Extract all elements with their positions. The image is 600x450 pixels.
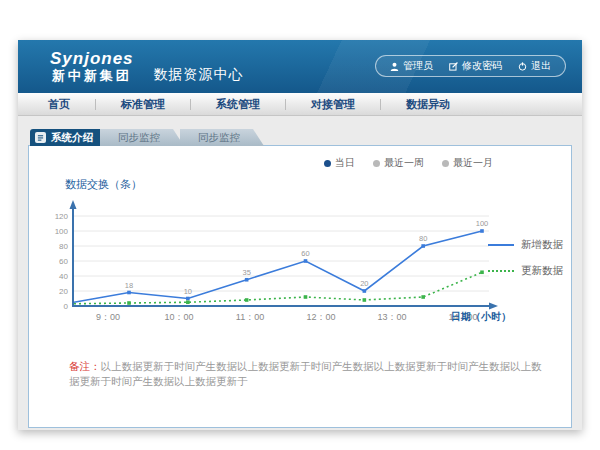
- filter-last-month-label: 最近一月: [453, 156, 493, 170]
- x-tick-label: 13：00: [377, 312, 406, 322]
- user-menu: 管理员 修改密码 退出: [375, 55, 566, 77]
- tab-bar: 系统介绍 同步监控 同步监控: [30, 129, 572, 146]
- footer-note-text: 以上数据更新于时间产生数据以上数据更新于时间产生数据以上数据更新于时间产生数据以…: [69, 360, 542, 387]
- y-axis-arrow-icon: [70, 200, 77, 209]
- data-point: [304, 259, 308, 263]
- filter-last-week[interactable]: 最近一周: [373, 156, 424, 170]
- footer-note-label: 备注：: [69, 360, 101, 372]
- footer-note: 备注：以上数据更新于时间产生数据以上数据更新于时间产生数据以上数据更新于时间产生…: [69, 359, 549, 388]
- series-legend: 新增数据 更新数据: [488, 238, 563, 290]
- app-window: Synjones 新中新集团 数据资源中心 管理员 修改密码 退出 首页 标准管…: [18, 40, 582, 430]
- y-tick-label: 100: [55, 227, 69, 236]
- chart-panel: 当日 最近一周 最近一月 数据交换（条） 0204060801001209：00…: [28, 145, 572, 428]
- nav-item-home[interactable]: 首页: [18, 97, 95, 112]
- y-tick-label: 120: [55, 212, 69, 221]
- data-point: [127, 291, 131, 295]
- filter-today[interactable]: 当日: [324, 156, 355, 170]
- data-point: [127, 301, 131, 305]
- nav-item-data-change[interactable]: 数据异动: [381, 97, 475, 112]
- user-menu-logout-label: 退出: [531, 59, 551, 73]
- data-point: [304, 295, 308, 299]
- data-point-label: 18: [125, 281, 133, 290]
- data-point: [363, 298, 367, 302]
- legend-item-new-data[interactable]: 新增数据: [488, 238, 563, 252]
- logout-icon: [518, 62, 527, 71]
- x-tick-label: 9：00: [96, 312, 120, 322]
- tab-sync-monitor-2[interactable]: 同步监控: [180, 129, 264, 146]
- data-point: [480, 229, 484, 233]
- y-axis-title: 数据交换（条）: [65, 177, 142, 192]
- data-point: [363, 289, 367, 293]
- data-point-label: 10: [184, 287, 192, 296]
- x-tick-label: 11：00: [236, 312, 264, 322]
- data-point: [421, 295, 425, 299]
- document-icon: [35, 132, 46, 143]
- main-nav: 首页 标准管理 系统管理 对接管理 数据异动: [18, 93, 582, 116]
- tab-system-intro-label: 系统介绍: [51, 129, 93, 146]
- header: Synjones 新中新集团 数据资源中心 管理员 修改密码 退出: [18, 40, 582, 93]
- radio-dot-icon: [373, 160, 380, 167]
- logo-text-en: Synjones: [50, 50, 134, 69]
- nav-item-system-mgmt[interactable]: 系统管理: [191, 97, 285, 112]
- data-point: [421, 244, 425, 248]
- filter-last-month[interactable]: 最近一月: [442, 156, 493, 170]
- x-tick-label: 12：00: [306, 312, 335, 322]
- edit-icon: [449, 62, 458, 71]
- user-menu-admin-label: 管理员: [403, 59, 433, 73]
- data-point: [480, 270, 484, 274]
- time-range-filters: 当日 最近一周 最近一月: [324, 156, 493, 170]
- data-point-label: 80: [419, 234, 427, 243]
- legend-item-update-data-label: 更新数据: [521, 264, 563, 278]
- tab-system-intro[interactable]: 系统介绍: [30, 129, 109, 146]
- x-axis-arrow-icon: [489, 303, 498, 310]
- y-tick-label: 60: [59, 257, 68, 266]
- x-axis-title: 日期（小时）: [451, 311, 511, 322]
- y-tick-label: 0: [64, 302, 69, 311]
- series-line: [74, 272, 482, 304]
- legend-item-new-data-label: 新增数据: [521, 238, 563, 252]
- filter-today-label: 当日: [335, 156, 355, 170]
- data-point-label: 100: [476, 219, 489, 228]
- company-logo: Synjones 新中新集团: [50, 50, 134, 83]
- content-area: 系统介绍 同步监控 同步监控 当日 最近一周: [18, 116, 582, 428]
- legend-item-update-data[interactable]: 更新数据: [488, 264, 563, 278]
- filter-last-week-label: 最近一周: [384, 156, 424, 170]
- user-menu-change-password[interactable]: 修改密码: [449, 59, 502, 73]
- data-point: [245, 298, 249, 302]
- dotted-line-icon: [488, 270, 514, 272]
- tab-sync-monitor-1-label: 同步监控: [118, 131, 160, 143]
- user-icon: [390, 62, 399, 71]
- tab-sync-monitor-2-label: 同步监控: [198, 131, 240, 143]
- user-menu-admin[interactable]: 管理员: [390, 59, 433, 73]
- line-chart: 0204060801001209：0010：0011：0012：0013：001…: [43, 194, 513, 326]
- data-point: [186, 297, 190, 301]
- y-tick-label: 80: [59, 242, 68, 251]
- data-point-label: 35: [242, 268, 250, 277]
- x-tick-label: 10：00: [164, 312, 193, 322]
- data-point-label: 20: [360, 279, 368, 288]
- nav-item-interface-mgmt[interactable]: 对接管理: [286, 97, 380, 112]
- page-title: 数据资源中心: [154, 66, 244, 84]
- tab-sync-monitor-1[interactable]: 同步监控: [100, 129, 184, 146]
- y-tick-label: 40: [59, 272, 68, 281]
- user-menu-change-password-label: 修改密码: [462, 59, 502, 73]
- nav-item-standard-mgmt[interactable]: 标准管理: [96, 97, 190, 112]
- data-point: [245, 278, 249, 282]
- data-point-label: 60: [301, 249, 309, 258]
- data-point: [186, 300, 190, 304]
- radio-dot-icon: [324, 160, 331, 167]
- solid-line-icon: [488, 244, 514, 246]
- radio-dot-icon: [442, 160, 449, 167]
- y-tick-label: 20: [59, 287, 68, 296]
- logo-text-cn: 新中新集团: [50, 69, 134, 83]
- user-menu-logout[interactable]: 退出: [518, 59, 551, 73]
